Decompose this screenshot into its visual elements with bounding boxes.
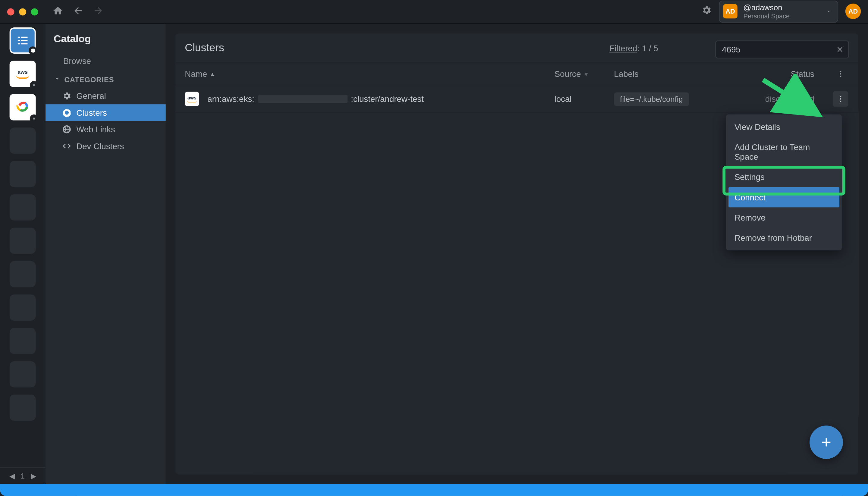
column-menu[interactable] [832,69,849,78]
sidebar-item-general[interactable]: General [45,88,166,104]
sidebar-browse[interactable]: Browse [45,52,166,69]
sort-asc-icon: ▲ [210,71,216,77]
hotbar-empty-slot[interactable] [10,361,36,388]
label-chip[interactable]: file=~/.kube/config [614,92,689,106]
hotbar-next-icon[interactable]: ▶ [31,472,36,480]
menu-connect[interactable]: Connect [728,187,839,207]
page-title: Clusters [185,42,224,54]
hotbar-pager: ◀ 1 ▶ [0,467,45,484]
svg-point-0 [840,71,841,72]
sidebar-item-weblinks[interactable]: Web Links [45,121,166,138]
column-name[interactable]: Name▲ [185,69,554,79]
add-fab-button[interactable] [809,425,843,459]
hotbar-empty-slot[interactable] [10,261,36,287]
gear-badge-icon [30,81,38,90]
cluster-status: disconnected [765,94,815,104]
context-menu: View Details Add Cluster to Team Space S… [726,114,842,250]
svg-point-2 [840,76,841,77]
sidebar-item-label: Web Links [76,124,115,134]
user-name: @adawson [744,4,790,12]
svg-point-4 [840,98,841,100]
chevron-down-icon [826,6,832,17]
sidebar-section-categories[interactable]: CATEGORIES [45,69,166,88]
menu-remove-hotbar[interactable]: Remove from Hotbar [726,228,842,248]
row-menu-button[interactable] [833,91,848,107]
menu-add-to-team[interactable]: Add Cluster to Team Space [726,137,842,167]
gear-icon [62,91,72,101]
menu-remove[interactable]: Remove [726,207,842,228]
hotbar-page-number: 1 [21,472,25,480]
user-space: Personal Space [744,12,790,19]
hotbar-empty-slot[interactable] [10,228,36,254]
hotbar-empty-slot[interactable] [10,127,36,154]
window-controls [7,8,38,15]
back-icon[interactable] [73,5,83,18]
aws-icon: aws [185,92,199,106]
main-content: Clusters Filtered: 1 / 5 Name▲ Source▼ L… [166,24,868,484]
sidebar-item-label: General [76,91,106,101]
home-icon[interactable] [52,5,63,18]
code-icon [62,141,72,151]
table-header: Name▲ Source▼ Labels Status [175,63,859,85]
svg-point-5 [840,100,841,102]
svg-point-1 [840,73,841,75]
hotbar-catalog[interactable] [10,27,36,53]
hotbar-empty-slot[interactable] [10,294,36,321]
sidebar-item-label: Dev Clusters [76,141,124,151]
gear-badge-icon [30,114,38,123]
hotbar-empty-slot[interactable] [10,394,36,421]
cluster-source: local [555,94,614,104]
settings-icon[interactable] [701,5,712,18]
user-switcher[interactable]: AD @adawson Personal Space [719,1,838,22]
hotbar-aws-cluster[interactable]: aws [10,61,36,87]
user-avatar-small: AD [723,4,737,19]
hotbar-empty-slot[interactable] [10,328,36,354]
hotbar: aws ◀ 1 ▶ [0,24,45,484]
chevron-down-icon [53,75,61,84]
sidebar-item-clusters[interactable]: Clusters [45,104,166,121]
clear-search-icon[interactable] [835,44,846,55]
hotbar-prev-icon[interactable]: ◀ [9,472,15,480]
sidebar-item-label: Clusters [76,108,107,118]
hotbar-empty-slot[interactable] [10,161,36,187]
globe-icon [62,124,72,134]
svg-point-3 [840,96,841,97]
gear-badge-icon [29,46,37,55]
sidebar-title: Catalog [45,32,166,52]
sidebar: Catalog Browse CATEGORIES General Cluste… [45,24,166,484]
column-status[interactable]: Status [763,69,832,79]
redacted-text [258,95,347,103]
helm-icon [62,108,72,118]
table-row[interactable]: aws arn:aws:eks::cluster/andrew-test loc… [175,85,859,113]
sidebar-item-devclusters[interactable]: Dev Clusters [45,138,166,154]
forward-icon[interactable] [93,5,104,18]
column-labels[interactable]: Labels [614,69,763,79]
maximize-window-button[interactable] [31,8,38,15]
cluster-name-suffix: :cluster/andrew-test [351,94,424,104]
filter-summary[interactable]: Filtered: 1 / 5 [609,43,658,53]
sort-icon: ▼ [583,71,589,77]
titlebar: AD @adawson Personal Space AD [0,0,868,24]
hotbar-empty-slot[interactable] [10,195,36,221]
menu-settings[interactable]: Settings [726,167,842,187]
close-window-button[interactable] [7,8,14,15]
user-avatar[interactable]: AD [846,4,861,19]
cluster-name-prefix: arn:aws:eks: [207,94,254,104]
minimize-window-button[interactable] [19,8,26,15]
hotbar-gcp-cluster[interactable] [10,94,36,121]
status-bar [0,484,868,496]
search-input[interactable] [715,41,849,59]
column-source[interactable]: Source▼ [555,69,614,79]
menu-view-details[interactable]: View Details [726,117,842,137]
